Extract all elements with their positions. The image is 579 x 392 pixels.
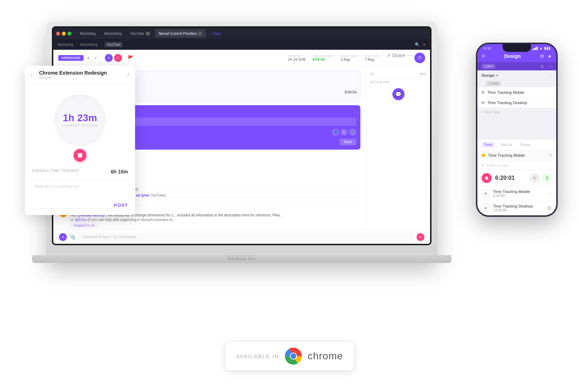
phone: 12:22 ▲ ▮▮▮ ≡ Design ⚙	[476, 43, 558, 217]
phone-notch	[503, 44, 531, 52]
ext-overall-label: OVERALL TIME TRACKED	[32, 169, 79, 174]
tab-count: 5	[146, 32, 150, 36]
phone-gear-icon[interactable]: ⚙	[540, 53, 545, 59]
phone-stop-button[interactable]	[482, 173, 492, 183]
more-options-icon[interactable]: ⋯	[407, 53, 412, 63]
view-button[interactable]: + View	[210, 32, 221, 36]
close-toolbar-icon[interactable]: ✕	[423, 42, 426, 47]
open-external-icon[interactable]: ↗	[126, 72, 130, 78]
phone-note-icon: ≡	[482, 163, 484, 168]
phone-status-tag: 1 TASK	[486, 81, 501, 86]
ext-stop-button[interactable]	[74, 149, 86, 162]
chrome-text: chrome	[308, 350, 343, 362]
section-arrow: ▾	[496, 74, 498, 77]
phone-task-name-mobile: Time Tracking Mobile	[487, 90, 552, 95]
ext-post-button[interactable]: POST	[114, 203, 128, 208]
comment-input[interactable]: Comment or type '/' for commands	[79, 233, 414, 241]
phone-active-task: Time Tracking Mobile ×	[477, 150, 556, 161]
refresh-icon[interactable]: ↻	[341, 129, 348, 136]
tab-marketing[interactable]: Marketing	[76, 29, 99, 38]
breadcrumb-sep-1: ›	[76, 43, 77, 47]
attach-icon[interactable]: 📎	[70, 234, 76, 240]
phone-screen: 12:22 ▲ ▮▮▮ ≡ Design ⚙	[477, 44, 556, 215]
scene: Marketing Advertising YouTube 5 Nenad Cu…	[0, 0, 579, 392]
check-icon[interactable]: ✓	[93, 55, 98, 61]
phone-nav-icons: ⚙ ★	[540, 53, 552, 59]
section-collapse[interactable]: −	[550, 74, 552, 77]
breadcrumb-advertising[interactable]: Advertising	[80, 43, 97, 47]
traffic-light-close[interactable]	[56, 32, 60, 36]
phone-note-placeholder: Enter a note...	[487, 163, 511, 167]
traffic-lights	[56, 32, 71, 36]
comment-date: Jul 24 at 9:09	[370, 78, 427, 86]
phone-active-task-name: Time Tracking Mobile	[488, 153, 549, 157]
comments-toggle: All Mine	[370, 70, 427, 78]
phone-bottom-timer: Timer Manual Range Time Tracking Mobile …	[477, 139, 556, 215]
ext-overall: OVERALL TIME TRACKED 6h 10m	[25, 169, 135, 174]
phone-play-1[interactable]: ▶	[482, 189, 490, 198]
svg-point-2	[291, 353, 296, 359]
tab-advertising[interactable]: Advertising	[101, 29, 125, 38]
traffic-light-fullscreen[interactable]	[68, 32, 71, 36]
ext-header: ← Chrome Extension Redesign #1cqv6f ↗	[25, 66, 135, 84]
meta-created: CREATED 24 Jul 9:09	[288, 54, 305, 61]
phone-task-mobile[interactable]: Time Tracking Mobile	[477, 87, 556, 98]
share-icon[interactable]: ↗ Share	[386, 53, 405, 63]
phone-task-desktop[interactable]: Time Tracking Desktop	[477, 98, 556, 108]
phone-dollar-action[interactable]: $	[542, 173, 552, 183]
phone-history-more-1[interactable]: ⋯	[547, 190, 552, 196]
phone-menu-icon[interactable]: ≡	[482, 53, 485, 59]
task-comment-area: N 📎 Comment or type '/' for commands P	[53, 230, 430, 244]
phone-star-icon[interactable]: ★	[547, 53, 552, 59]
phone-timer-tab-range[interactable]: Range	[518, 142, 532, 148]
assigned-badge: Assigned to me	[70, 223, 97, 228]
search-icon[interactable]: 🔍	[415, 42, 420, 47]
phone-add-task[interactable]: + New Task	[477, 108, 556, 116]
phone-nav: ≡ Design ⚙ ★	[477, 51, 556, 62]
phone-note-input[interactable]: ≡ Enter a note...	[477, 161, 556, 170]
signal-bars	[532, 47, 538, 50]
wifi-icon: ▲	[539, 46, 543, 50]
chrome-available-badge: AVAILABLE IN chrome	[225, 342, 354, 371]
ext-add-fields[interactable]: + Add or edit fields	[25, 214, 135, 215]
breadcrumb-sep-2: ›	[101, 43, 102, 47]
phone-list-button[interactable]: List ▾	[482, 64, 495, 69]
breadcrumb-marketing[interactable]: Marketing	[58, 43, 73, 47]
ext-timer-circle: 1h 23m CURRENT SESSION	[55, 95, 105, 145]
ext-title: Chrome Extension Redesign	[39, 70, 126, 76]
assign-icon[interactable]: 👤	[332, 129, 339, 136]
ext-session-label: CURRENT SESSION	[62, 124, 98, 127]
tab-nenad-priorities[interactable]: Nenad Current Priorities ×	[155, 29, 206, 38]
phone-timer-action-buttons: ↻ $	[530, 173, 552, 183]
plus-icon[interactable]: +	[87, 55, 90, 61]
comment-action-icon[interactable]: 💬	[392, 88, 404, 100]
phone-timer-tab-manual[interactable]: Manual	[498, 142, 514, 148]
flag-icon[interactable]: 🚩	[128, 55, 134, 61]
phone-refresh-action[interactable]: ↻	[530, 173, 540, 183]
user-avatar-1: N	[105, 54, 113, 62]
status-tag-area: 1 TASK	[477, 79, 556, 87]
phone-timer-tab-timer[interactable]: Timer	[482, 142, 495, 148]
comment-cc: cc @Erica (if you can help with organizi…	[70, 218, 283, 222]
back-button[interactable]: ←	[30, 72, 36, 78]
tab-close-icon[interactable]: ×	[198, 31, 202, 36]
timer-icon[interactable]: ⏱	[414, 53, 425, 63]
dollar-icon[interactable]: $	[349, 129, 356, 136]
phone-history-item-2: ▶ Time Tracking Desktop 14:00:00 2	[477, 201, 556, 215]
tab-youtube[interactable]: YouTube 5	[127, 29, 154, 38]
comment-send-avatar: P	[417, 233, 424, 241]
phone-section-design: Design ▾ −	[477, 70, 556, 79]
phone-filter-icon[interactable]: ≡	[541, 64, 543, 69]
traffic-light-minimize[interactable]	[62, 32, 66, 36]
task-sidebar: All Mine Jul 24 at 9:09 💬	[366, 66, 430, 230]
breadcrumb-youtube[interactable]: YouTube	[104, 42, 123, 47]
phone-more-icon[interactable]: ⋯	[548, 64, 552, 69]
phone-active-task-close[interactable]: ×	[549, 152, 552, 158]
phone-timer-tabs: Timer Manual Range	[477, 140, 556, 150]
phone-play-2[interactable]: ▶	[482, 204, 490, 212]
phone-active-task-dot	[482, 154, 485, 157]
ext-subtitle: #1cqv6f	[39, 76, 126, 80]
meta-due-date: DUE DATE 7 Aug	[365, 54, 379, 61]
save-button[interactable]: Save	[339, 139, 356, 145]
meta-time-tracked: TIME TRACKED 8:04:54	[312, 54, 333, 61]
